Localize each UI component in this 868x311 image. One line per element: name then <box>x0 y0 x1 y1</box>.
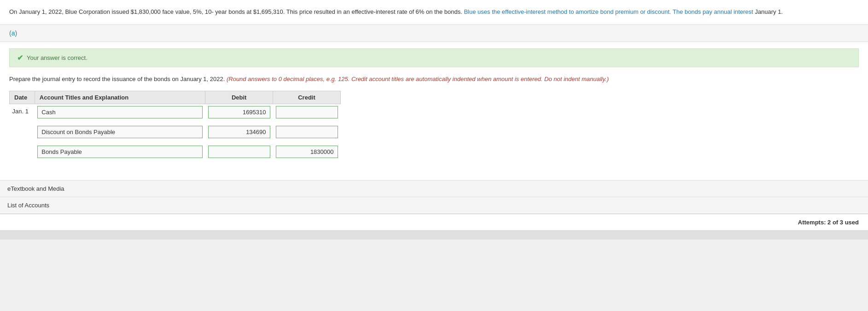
row2-account-cell <box>35 124 205 140</box>
col-header-debit: Debit <box>205 91 273 104</box>
etextbook-button[interactable]: eTextbook and Media <box>0 181 868 197</box>
col-header-account: Account Titles and Explanation <box>35 91 205 104</box>
correct-message: Your answer is correct. <box>27 54 87 61</box>
col-header-date: Date <box>10 91 35 104</box>
problem-text: On January 1, 2022, Blue Corporation iss… <box>0 0 868 25</box>
problem-text-part2: January 1. <box>755 8 783 15</box>
row1-account-input[interactable] <box>37 106 202 118</box>
correct-banner: ✔ Your answer is correct. <box>9 48 859 67</box>
row2-account-input[interactable] <box>37 126 202 138</box>
instructions-static: Prepare the journal entry to record the … <box>9 76 225 82</box>
row1-account-cell <box>35 104 205 121</box>
col-header-credit: Credit <box>273 91 341 104</box>
journal-row-3 <box>10 144 341 160</box>
row3-debit-input[interactable] <box>208 146 270 158</box>
row2-debit-cell <box>205 124 273 140</box>
check-icon: ✔ <box>17 53 23 62</box>
attempts-label: Attempts: 2 of 3 used <box>798 219 859 226</box>
bottom-buttons: eTextbook and Media List of Accounts <box>0 180 868 214</box>
row-spacer-2 <box>10 140 341 144</box>
row-spacer-1 <box>10 120 341 124</box>
row3-credit-input[interactable] <box>276 146 338 158</box>
problem-text-highlight: Blue uses the effective-interest method … <box>464 8 753 15</box>
attempts-row: Attempts: 2 of 3 used <box>0 214 868 230</box>
row2-credit-cell <box>273 124 341 140</box>
section-a-header: (a) <box>0 25 868 42</box>
row3-debit-cell <box>205 144 273 160</box>
row3-account-input[interactable] <box>37 146 202 158</box>
row1-credit-input[interactable] <box>276 106 338 118</box>
row1-debit-input[interactable] <box>208 106 270 118</box>
row3-account-cell <box>35 144 205 160</box>
row3-date <box>10 144 35 160</box>
list-of-accounts-button[interactable]: List of Accounts <box>0 197 868 214</box>
main-container: On January 1, 2022, Blue Corporation iss… <box>0 0 868 240</box>
problem-text-part1: On January 1, 2022, Blue Corporation iss… <box>9 8 462 15</box>
journal-row-1: Jan. 1 <box>10 104 341 121</box>
row1-debit-cell <box>205 104 273 121</box>
instructions: Prepare the journal entry to record the … <box>9 75 859 84</box>
instructions-red: (Round answers to 0 decimal places, e.g.… <box>227 76 609 82</box>
journal-row-2 <box>10 124 341 140</box>
journal-table: Date Account Titles and Explanation Debi… <box>9 91 341 160</box>
row2-credit-input[interactable] <box>276 126 338 138</box>
section-a-label: (a) <box>9 29 17 37</box>
bottom-strip <box>0 230 868 240</box>
row1-credit-cell <box>273 104 341 121</box>
content-area: ✔ Your answer is correct. Prepare the jo… <box>0 42 868 176</box>
row3-credit-cell <box>273 144 341 160</box>
row2-date <box>10 124 35 140</box>
row2-debit-input[interactable] <box>208 126 270 138</box>
row1-date: Jan. 1 <box>10 104 35 121</box>
